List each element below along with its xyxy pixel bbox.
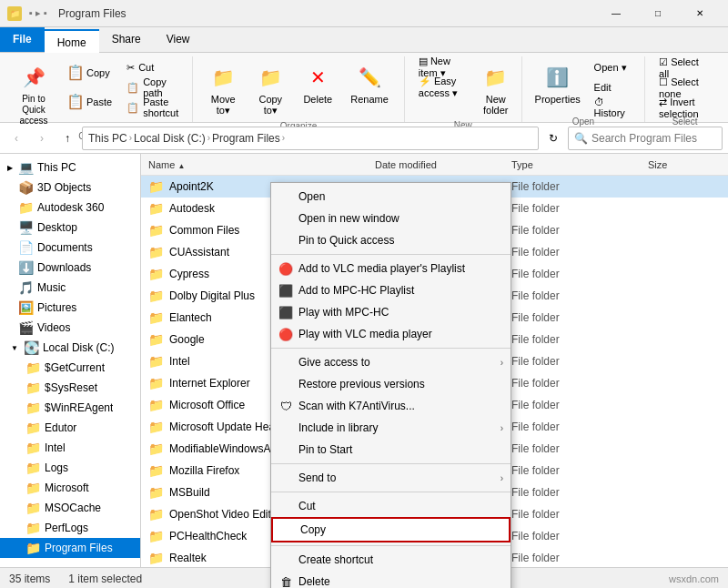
col-date[interactable]: Date modified <box>375 159 511 170</box>
path-local-disk[interactable]: Local Disk (C:) <box>134 132 206 145</box>
sidebar-item-winreagent[interactable]: 📁 $WinREAgent <box>0 398 140 418</box>
sidebar-item-microsoft[interactable]: 📁 Microsoft <box>0 478 140 498</box>
forward-button[interactable]: › <box>31 127 53 149</box>
select-none-button[interactable]: ☐ Select none <box>652 78 717 96</box>
ctx-arrow-send-to: › <box>500 473 503 483</box>
context-menu-item-scan[interactable]: 🛡 Scan with K7AntiVirus... <box>271 395 511 417</box>
sidebar-item-program-files[interactable]: 📁 Program Files <box>0 538 140 558</box>
tab-view[interactable]: View <box>154 27 203 52</box>
context-menu-item-pin-start[interactable]: Pin to Start <box>271 439 511 461</box>
close-button[interactable]: ✕ <box>679 0 721 27</box>
sidebar-item-intel[interactable]: 📁 Intel <box>0 438 140 458</box>
copy-to-button[interactable]: 📁 Copyto▾ <box>248 58 293 121</box>
ctx-label-copy: Copy <box>300 523 326 536</box>
copy-button[interactable]: 📋 Copy <box>58 58 118 86</box>
sidebar-item-msocache[interactable]: 📁 MSOCache <box>0 498 140 518</box>
paste-button[interactable]: 📋 Paste <box>58 87 118 115</box>
context-menu-item-vlc-play[interactable]: 🔴 Play with VLC media player <box>271 323 511 345</box>
sidebar-item-documents[interactable]: 📄 Documents <box>0 238 140 258</box>
select-all-button[interactable]: ☑ Select all <box>652 58 717 76</box>
open-button[interactable]: Open ▾ <box>588 58 638 76</box>
tab-share[interactable]: Share <box>99 27 154 52</box>
ctx-icon-vlc-play: 🔴 <box>278 327 293 341</box>
sidebar-item-autodesk[interactable]: 📁 Autodesk 360 <box>0 198 140 218</box>
folder-icon: 📁 <box>148 420 164 434</box>
context-menu-item-create-shortcut[interactable]: Create shortcut <box>271 549 511 571</box>
refresh-button[interactable]: ↻ <box>542 127 564 149</box>
up-button[interactable]: ↑ <box>56 127 78 149</box>
context-menu-separator <box>271 348 511 349</box>
cut-button[interactable]: ✂ Cut <box>120 58 185 76</box>
perflogs-icon: 📁 <box>25 521 41 535</box>
sidebar-item-local-disk[interactable]: ▼ 💽 Local Disk (C:) <box>0 338 140 358</box>
context-menu-item-mpc-add[interactable]: ⬛ Add to MPC-HC Playlist <box>271 279 511 301</box>
ctx-label-mpc-play: Play with MPC-HC <box>298 306 389 319</box>
context-menu-item-copy[interactable]: Copy <box>271 517 511 542</box>
path-program-files[interactable]: Program Files <box>212 132 280 145</box>
delete-button[interactable]: ✕ Delete <box>295 58 340 109</box>
context-menu-item-mpc-play[interactable]: ⬛ Play with MPC-HC <box>271 301 511 323</box>
context-menu-item-delete[interactable]: 🗑 Delete <box>271 571 511 588</box>
pin-quick-access-button[interactable]: 📌 Pin to Quickaccess <box>11 58 56 131</box>
sidebar-item-perflogs[interactable]: 📁 PerfLogs <box>0 518 140 538</box>
invert-selection-button[interactable]: ⇄ Invert selection <box>652 98 717 117</box>
context-menu-item-open[interactable]: Open <box>271 186 511 208</box>
search-input[interactable] <box>592 132 728 145</box>
col-name[interactable]: Name ▲ <box>148 159 375 170</box>
copy-path-button[interactable]: 📋 Copy path <box>120 78 185 96</box>
address-path[interactable]: This PC › Local Disk (C:) › Program File… <box>82 127 539 150</box>
sidebar-item-pictures[interactable]: 🖼️ Pictures <box>0 298 140 318</box>
ribbon-group-organize: 📁 Moveto▾ 📁 Copyto▾ ✕ Delete ✏️ Rename O… <box>193 56 405 122</box>
context-menu-item-vlc-add[interactable]: 🔴 Add to VLC media player's Playlist <box>271 258 511 279</box>
new-folder-button[interactable]: 📁 Newfolder <box>478 58 514 120</box>
tab-home[interactable]: Home <box>45 29 99 53</box>
winreagent-icon: 📁 <box>25 400 41 415</box>
paste-icon: 📋 <box>65 90 86 112</box>
folder-icon: 📁 <box>148 289 164 303</box>
rename-button[interactable]: ✏️ Rename <box>342 58 397 109</box>
path-this-pc[interactable]: This PC <box>88 132 127 145</box>
sidebar-item-music[interactable]: 🎵 Music <box>0 278 140 298</box>
sidebar-item-edutor[interactable]: 📁 Edutor <box>0 418 140 438</box>
move-to-button[interactable]: 📁 Moveto▾ <box>200 58 246 121</box>
sidebar-item-getcurrent[interactable]: 📁 $GetCurrent <box>0 358 140 378</box>
search-icon: 🔍 <box>574 132 588 145</box>
context-menu-item-include-library[interactable]: Include in library › <box>271 417 511 439</box>
music-icon: 🎵 <box>18 280 34 295</box>
sidebar-item-downloads[interactable]: ⬇️ Downloads <box>0 258 140 278</box>
file-type: File folder <box>511 399 648 411</box>
col-type[interactable]: Type <box>511 159 648 170</box>
context-menu-item-cut[interactable]: Cut <box>271 495 511 517</box>
file-type: File folder <box>511 377 648 390</box>
copy-path-icon: 📋 <box>126 82 139 94</box>
open-content: ℹ️ Properties Open ▾ Edit ⏱ History <box>530 56 637 117</box>
clipboard-col: ✂ Cut 📋 Copy path 📋 Paste shortcut <box>120 58 185 117</box>
properties-button[interactable]: ℹ️ Properties <box>530 58 586 109</box>
edit-button[interactable]: Edit <box>588 78 638 96</box>
sidebar-item-videos[interactable]: 🎬 Videos <box>0 318 140 338</box>
back-button[interactable]: ‹ <box>5 127 27 149</box>
sidebar-item-logs[interactable]: 📁 Logs <box>0 458 140 478</box>
sidebar-item-3d-objects[interactable]: 📦 3D Objects <box>0 177 140 198</box>
context-menu-item-give-access[interactable]: Give access to › <box>271 351 511 373</box>
program-files-icon: 📁 <box>25 541 41 555</box>
new-content: ▤ New item ▾ ⚡ Easy access ▾ 📁 Newfolder <box>412 56 514 120</box>
context-menu-item-send-to[interactable]: Send to › <box>271 467 511 489</box>
search-box[interactable]: 🔍 <box>568 127 723 150</box>
tab-file[interactable]: File <box>0 27 45 52</box>
paste-shortcut-button[interactable]: 📋 Paste shortcut <box>120 98 185 117</box>
file-type: File folder <box>511 333 648 346</box>
new-item-button[interactable]: ▤ New item ▾ <box>412 58 472 76</box>
sidebar-item-sysreset[interactable]: 📁 $SysReset <box>0 378 140 398</box>
sidebar-item-this-pc[interactable]: ▶ 💻 This PC <box>0 157 140 177</box>
sidebar-item-desktop[interactable]: 🖥️ Desktop <box>0 218 140 238</box>
maximize-button[interactable]: □ <box>637 0 679 27</box>
ctx-label-restore: Restore previous versions <box>298 378 425 390</box>
context-menu-item-pin-quick-access[interactable]: Pin to Quick access <box>271 229 511 251</box>
easy-access-button[interactable]: ⚡ Easy access ▾ <box>412 78 472 96</box>
context-menu-item-restore[interactable]: Restore previous versions <box>271 373 511 395</box>
minimize-button[interactable]: — <box>595 0 637 27</box>
history-button[interactable]: ⏱ History <box>588 98 638 117</box>
context-menu-item-open-new-window[interactable]: Open in new window <box>271 208 511 229</box>
col-size[interactable]: Size <box>648 159 721 170</box>
